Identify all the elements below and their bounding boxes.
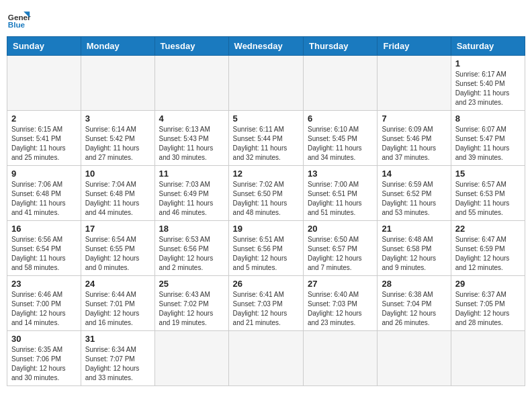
weekday-header-row: SundayMondayTuesdayWednesdayThursdayFrid… xyxy=(7,37,525,56)
day-number: 8 xyxy=(455,113,521,124)
day-number: 29 xyxy=(455,279,521,289)
calendar-day-cell: 9Sunrise: 7:06 AM Sunset: 6:48 PM Daylig… xyxy=(7,166,81,221)
weekday-friday: Friday xyxy=(378,37,451,56)
day-number: 2 xyxy=(11,113,77,124)
calendar-week-row: 2Sunrise: 6:15 AM Sunset: 5:41 PM Daylig… xyxy=(7,111,525,166)
calendar-day-cell: 26Sunrise: 6:41 AM Sunset: 7:03 PM Dayli… xyxy=(228,276,303,331)
day-number: 1 xyxy=(455,58,521,68)
day-info: Sunrise: 6:38 AM Sunset: 7:04 PM Dayligh… xyxy=(382,290,446,328)
calendar-day-cell: 4Sunrise: 6:13 AM Sunset: 5:43 PM Daylig… xyxy=(154,111,228,166)
day-info: Sunrise: 6:56 AM Sunset: 6:54 PM Dayligh… xyxy=(11,235,77,273)
day-info: Sunrise: 6:50 AM Sunset: 6:57 PM Dayligh… xyxy=(308,235,373,273)
day-info: Sunrise: 7:06 AM Sunset: 6:48 PM Dayligh… xyxy=(11,180,77,218)
calendar-week-row: 30Sunrise: 6:35 AM Sunset: 7:06 PM Dayli… xyxy=(7,331,525,386)
day-info: Sunrise: 6:40 AM Sunset: 7:03 PM Dayligh… xyxy=(308,290,373,328)
calendar-day-cell: 24Sunrise: 6:44 AM Sunset: 7:01 PM Dayli… xyxy=(81,276,154,331)
day-info: Sunrise: 6:15 AM Sunset: 5:41 PM Dayligh… xyxy=(11,125,77,163)
calendar-day-cell: 31Sunrise: 6:34 AM Sunset: 7:07 PM Dayli… xyxy=(81,331,154,386)
calendar-day-cell: 19Sunrise: 6:51 AM Sunset: 6:56 PM Dayli… xyxy=(228,221,303,276)
calendar-day-cell xyxy=(228,331,303,386)
calendar-day-cell: 22Sunrise: 6:47 AM Sunset: 6:59 PM Dayli… xyxy=(451,221,525,276)
calendar-day-cell: 28Sunrise: 6:38 AM Sunset: 7:04 PM Dayli… xyxy=(378,276,451,331)
weekday-sunday: Sunday xyxy=(7,37,81,56)
day-info: Sunrise: 6:54 AM Sunset: 6:55 PM Dayligh… xyxy=(85,235,150,273)
day-info: Sunrise: 6:14 AM Sunset: 5:42 PM Dayligh… xyxy=(85,125,150,163)
day-number: 6 xyxy=(308,113,373,124)
calendar-day-cell: 2Sunrise: 6:15 AM Sunset: 5:41 PM Daylig… xyxy=(7,111,81,166)
day-info: Sunrise: 6:37 AM Sunset: 7:05 PM Dayligh… xyxy=(455,290,521,328)
weekday-wednesday: Wednesday xyxy=(228,37,303,56)
day-info: Sunrise: 6:51 AM Sunset: 6:56 PM Dayligh… xyxy=(233,235,299,273)
day-number: 3 xyxy=(85,113,150,124)
day-info: Sunrise: 6:11 AM Sunset: 5:44 PM Dayligh… xyxy=(233,125,299,163)
day-info: Sunrise: 7:03 AM Sunset: 6:49 PM Dayligh… xyxy=(159,180,224,218)
day-number: 5 xyxy=(233,113,299,124)
day-info: Sunrise: 6:44 AM Sunset: 7:01 PM Dayligh… xyxy=(85,290,150,328)
svg-text:Blue: Blue xyxy=(8,20,26,29)
calendar-day-cell xyxy=(451,331,525,386)
calendar-day-cell xyxy=(304,56,378,111)
calendar-day-cell: 17Sunrise: 6:54 AM Sunset: 6:55 PM Dayli… xyxy=(81,221,154,276)
day-number: 14 xyxy=(382,169,446,179)
day-number: 26 xyxy=(233,279,299,289)
calendar-week-row: 9Sunrise: 7:06 AM Sunset: 6:48 PM Daylig… xyxy=(7,166,525,221)
day-number: 21 xyxy=(382,224,446,234)
day-info: Sunrise: 6:07 AM Sunset: 5:47 PM Dayligh… xyxy=(455,125,521,163)
day-info: Sunrise: 6:47 AM Sunset: 6:59 PM Dayligh… xyxy=(455,235,521,273)
day-number: 25 xyxy=(159,279,224,289)
calendar-day-cell: 21Sunrise: 6:48 AM Sunset: 6:58 PM Dayli… xyxy=(378,221,451,276)
day-number: 11 xyxy=(159,169,224,179)
day-info: Sunrise: 6:13 AM Sunset: 5:43 PM Dayligh… xyxy=(159,125,224,163)
day-number: 12 xyxy=(233,169,299,179)
day-info: Sunrise: 6:57 AM Sunset: 6:53 PM Dayligh… xyxy=(455,180,521,218)
calendar-day-cell: 20Sunrise: 6:50 AM Sunset: 6:57 PM Dayli… xyxy=(304,221,378,276)
day-info: Sunrise: 6:10 AM Sunset: 5:45 PM Dayligh… xyxy=(308,125,373,163)
day-number: 31 xyxy=(85,334,150,344)
day-number: 19 xyxy=(233,224,299,234)
day-info: Sunrise: 6:48 AM Sunset: 6:58 PM Dayligh… xyxy=(382,235,446,273)
day-number: 22 xyxy=(455,224,521,234)
calendar-day-cell xyxy=(7,56,81,111)
calendar-day-cell xyxy=(154,331,228,386)
calendar-day-cell: 29Sunrise: 6:37 AM Sunset: 7:05 PM Dayli… xyxy=(451,276,525,331)
calendar-day-cell: 8Sunrise: 6:07 AM Sunset: 5:47 PM Daylig… xyxy=(451,111,525,166)
calendar-table: SundayMondayTuesdayWednesdayThursdayFrid… xyxy=(7,36,525,386)
calendar-day-cell: 14Sunrise: 6:59 AM Sunset: 6:52 PM Dayli… xyxy=(378,166,451,221)
day-info: Sunrise: 6:17 AM Sunset: 5:40 PM Dayligh… xyxy=(455,70,521,107)
day-info: Sunrise: 7:02 AM Sunset: 6:50 PM Dayligh… xyxy=(233,180,299,218)
day-number: 15 xyxy=(455,169,521,179)
day-info: Sunrise: 6:34 AM Sunset: 7:07 PM Dayligh… xyxy=(85,345,150,383)
day-number: 20 xyxy=(308,224,373,234)
calendar-week-row: 23Sunrise: 6:46 AM Sunset: 7:00 PM Dayli… xyxy=(7,276,525,331)
day-number: 7 xyxy=(382,113,446,124)
calendar-day-cell: 12Sunrise: 7:02 AM Sunset: 6:50 PM Dayli… xyxy=(228,166,303,221)
day-info: Sunrise: 6:43 AM Sunset: 7:02 PM Dayligh… xyxy=(159,290,224,328)
calendar-body: 1Sunrise: 6:17 AM Sunset: 5:40 PM Daylig… xyxy=(7,56,525,386)
day-number: 27 xyxy=(308,279,373,289)
calendar-day-cell: 6Sunrise: 6:10 AM Sunset: 5:45 PM Daylig… xyxy=(304,111,378,166)
calendar-day-cell: 5Sunrise: 6:11 AM Sunset: 5:44 PM Daylig… xyxy=(228,111,303,166)
day-number: 30 xyxy=(11,334,77,344)
calendar-week-row: 1Sunrise: 6:17 AM Sunset: 5:40 PM Daylig… xyxy=(7,56,525,111)
day-number: 23 xyxy=(11,279,77,289)
weekday-saturday: Saturday xyxy=(451,37,525,56)
calendar-day-cell xyxy=(154,56,228,111)
weekday-thursday: Thursday xyxy=(304,37,378,56)
day-info: Sunrise: 6:46 AM Sunset: 7:00 PM Dayligh… xyxy=(11,290,77,328)
calendar-day-cell xyxy=(304,331,378,386)
day-info: Sunrise: 6:53 AM Sunset: 6:56 PM Dayligh… xyxy=(159,235,224,273)
day-info: Sunrise: 7:00 AM Sunset: 6:51 PM Dayligh… xyxy=(308,180,373,218)
day-number: 16 xyxy=(11,224,77,234)
day-info: Sunrise: 6:41 AM Sunset: 7:03 PM Dayligh… xyxy=(233,290,299,328)
calendar-day-cell: 30Sunrise: 6:35 AM Sunset: 7:06 PM Dayli… xyxy=(7,331,81,386)
logo: General Blue xyxy=(7,7,31,31)
day-info: Sunrise: 6:59 AM Sunset: 6:52 PM Dayligh… xyxy=(382,180,446,218)
day-info: Sunrise: 6:09 AM Sunset: 5:46 PM Dayligh… xyxy=(382,125,446,163)
day-number: 13 xyxy=(308,169,373,179)
calendar-day-cell xyxy=(81,56,154,111)
calendar-day-cell: 15Sunrise: 6:57 AM Sunset: 6:53 PM Dayli… xyxy=(451,166,525,221)
page-header: General Blue xyxy=(7,7,525,31)
day-number: 4 xyxy=(159,113,224,124)
day-number: 28 xyxy=(382,279,446,289)
day-number: 24 xyxy=(85,279,150,289)
